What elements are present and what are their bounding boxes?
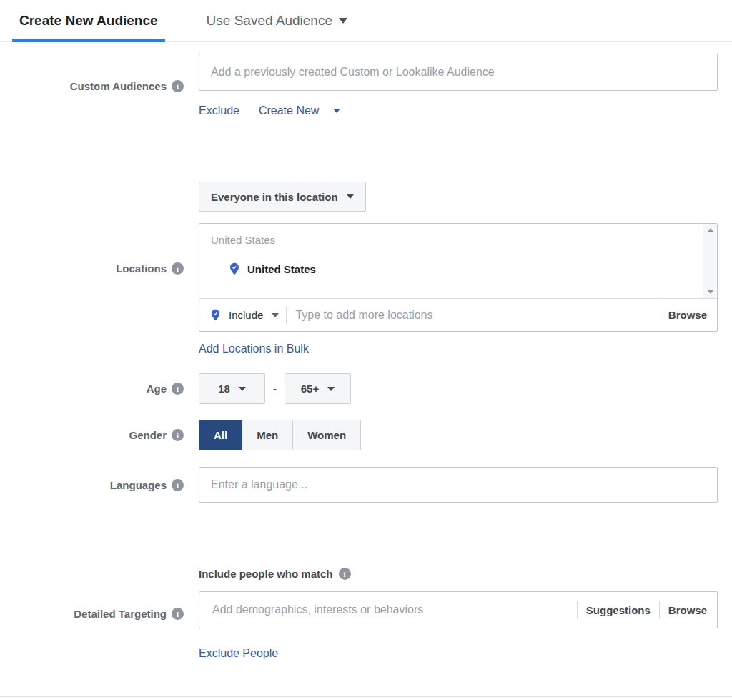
scroll-down-icon[interactable] (707, 290, 714, 294)
locations-scrollbar[interactable] (703, 224, 717, 298)
detailed-targeting-row: Detailed Targeting i Include people who … (0, 568, 732, 660)
age-row: Age i 18 - 65+ (0, 373, 732, 404)
chevron-down-icon (347, 194, 354, 199)
detailed-targeting-input[interactable] (211, 603, 568, 617)
info-icon[interactable]: i (172, 80, 184, 92)
location-pin-icon (209, 309, 222, 321)
age-content: 18 - 65+ (199, 373, 718, 404)
scroll-up-icon[interactable] (707, 228, 714, 232)
languages-content (199, 467, 718, 503)
vertical-separator (286, 307, 287, 324)
vertical-separator (577, 601, 578, 618)
locations-box: United States United States (199, 223, 718, 332)
exclude-people-row: Exclude People (199, 647, 718, 660)
chevron-down-icon (333, 109, 340, 113)
custom-audiences-links: Exclude Create New (199, 104, 718, 118)
languages-input[interactable] (199, 467, 718, 503)
browse-locations-button[interactable]: Browse (668, 309, 707, 321)
age-min-dropdown[interactable]: 18 (199, 373, 265, 404)
locations-row: Locations i Everyone in this location Un… (0, 182, 732, 355)
tab-create-new-audience-label: Create New Audience (19, 13, 158, 28)
bottom-divider (0, 696, 732, 697)
locations-content: Everyone in this location United States … (199, 182, 718, 355)
age-max-dropdown[interactable]: 65+ (285, 373, 351, 404)
active-tab-underline (12, 39, 165, 42)
info-icon[interactable]: i (339, 568, 351, 580)
age-max-value: 65+ (301, 383, 319, 395)
tab-use-saved-audience[interactable]: Use Saved Audience (199, 10, 355, 41)
chevron-down-icon[interactable] (272, 313, 279, 317)
gender-row: Gender i All Men Women (0, 420, 732, 450)
detailed-targeting-content: Include people who match i Suggestions B… (199, 568, 718, 660)
location-scope-label: Everyone in this location (211, 191, 338, 203)
custom-audiences-label: Custom Audiences (70, 80, 167, 92)
info-icon[interactable]: i (172, 429, 184, 441)
detailed-targeting-label-group: Detailed Targeting i (0, 608, 184, 620)
bulk-link-row: Add Locations in Bulk (199, 342, 718, 355)
location-summary-text: United States (211, 234, 691, 246)
section-divider (0, 152, 732, 152)
info-icon[interactable]: i (172, 608, 184, 620)
age-min-value: 18 (218, 383, 230, 395)
custom-audiences-input[interactable] (199, 54, 718, 91)
custom-audiences-content: Exclude Create New (199, 54, 718, 118)
chevron-down-icon (339, 18, 347, 24)
info-icon[interactable]: i (172, 383, 184, 395)
locations-label-group: Locations i (0, 262, 184, 275)
create-new-link[interactable]: Create New (259, 104, 319, 117)
vertical-separator (661, 307, 661, 324)
add-location-input[interactable] (294, 308, 653, 322)
age-range-separator: - (273, 383, 277, 395)
location-add-row: Include Browse (199, 298, 717, 331)
gender-option-men[interactable]: Men (242, 420, 293, 450)
add-locations-in-bulk-link[interactable]: Add Locations in Bulk (199, 342, 309, 355)
location-scope-dropdown[interactable]: Everyone in this location (199, 182, 366, 212)
section-divider (0, 531, 732, 531)
custom-audiences-row: Custom Audiences i Exclude Create New (0, 54, 732, 118)
locations-label: Locations (116, 262, 167, 275)
link-separator (249, 104, 249, 118)
custom-audiences-label-group: Custom Audiences i (0, 80, 184, 92)
tab-use-saved-audience-label: Use Saved Audience (207, 13, 332, 29)
gender-option-all[interactable]: All (199, 420, 242, 450)
detailed-targeting-input-wrap: Suggestions Browse (199, 591, 718, 628)
selected-location-item[interactable]: United States (228, 262, 691, 275)
age-label-group: Age i (0, 383, 184, 395)
age-label: Age (147, 383, 167, 395)
languages-label: Languages (110, 479, 167, 491)
tab-create-new-audience[interactable]: Create New Audience (12, 10, 165, 41)
locations-list: United States United States (199, 224, 717, 298)
audience-editor: Create New Audience Use Saved Audience C… (0, 0, 732, 700)
chevron-down-icon (327, 387, 335, 391)
vertical-separator (659, 601, 660, 618)
exclude-people-link[interactable]: Exclude People (199, 647, 278, 659)
selected-location-label: United States (247, 263, 316, 275)
include-people-heading-label: Include people who match (199, 568, 333, 580)
suggestions-button[interactable]: Suggestions (586, 604, 651, 616)
chevron-down-icon (239, 387, 246, 391)
gender-content: All Men Women (199, 420, 718, 450)
gender-label-group: Gender i (0, 429, 184, 441)
gender-option-women[interactable]: Women (292, 420, 361, 450)
browse-targeting-button[interactable]: Browse (668, 604, 707, 616)
detailed-targeting-label: Detailed Targeting (74, 608, 167, 620)
include-people-heading: Include people who match i (199, 568, 718, 580)
gender-label: Gender (129, 429, 167, 441)
exclude-link[interactable]: Exclude (199, 104, 239, 117)
gender-segmented-control: All Men Women (199, 420, 361, 450)
location-pin-icon (228, 262, 241, 275)
audience-tab-bar: Create New Audience Use Saved Audience (0, 0, 732, 42)
info-icon[interactable]: i (172, 262, 184, 275)
languages-label-group: Languages i (0, 479, 184, 491)
include-mode-dropdown[interactable]: Include (229, 309, 263, 321)
info-icon[interactable]: i (172, 479, 184, 491)
languages-row: Languages i (0, 467, 732, 503)
